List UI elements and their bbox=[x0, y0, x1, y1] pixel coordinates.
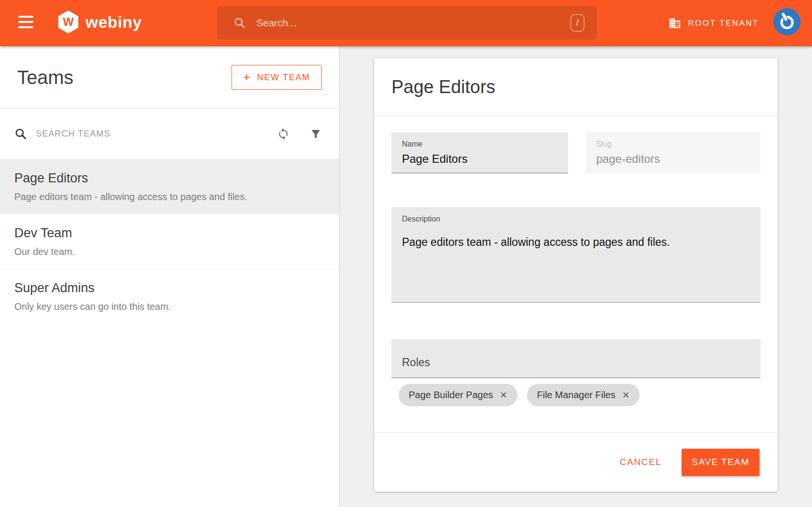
teams-search-input[interactable] bbox=[36, 129, 277, 139]
slug-field-value: page-editors bbox=[596, 152, 750, 166]
slug-field-disabled: Slug page-editors bbox=[586, 132, 760, 173]
name-field-label: Name bbox=[402, 140, 558, 148]
top-bar: W webiny / ROOT TENANT bbox=[0, 0, 812, 46]
filter-icon bbox=[310, 128, 322, 140]
remove-role-icon[interactable]: ✕ bbox=[500, 390, 507, 401]
global-search-input[interactable] bbox=[256, 17, 597, 29]
plus-icon: + bbox=[243, 70, 250, 84]
remove-role-icon[interactable]: ✕ bbox=[622, 390, 630, 401]
team-name: Super Admins bbox=[14, 281, 325, 296]
team-row-super-admins[interactable]: Super Admins Only key users can go into … bbox=[0, 268, 339, 323]
roles-field[interactable]: Roles bbox=[391, 339, 760, 378]
building-icon bbox=[668, 17, 681, 30]
teams-search-row bbox=[0, 109, 339, 159]
chip-label: Page Builder Pages bbox=[409, 390, 493, 401]
team-description: Only key users can go into this team. bbox=[14, 301, 325, 312]
new-team-button[interactable]: + NEW TEAM bbox=[232, 65, 322, 90]
teams-panel-header: Teams + NEW TEAM bbox=[0, 46, 339, 109]
team-form: Name Page Editors Slug page-editors Desc… bbox=[374, 116, 778, 406]
new-team-button-label: NEW TEAM bbox=[257, 73, 310, 83]
name-field[interactable]: Name Page Editors bbox=[391, 132, 568, 173]
hexagon-logo-icon: W bbox=[57, 10, 79, 34]
cancel-button[interactable]: CANCEL bbox=[620, 457, 662, 467]
team-row-dev-team[interactable]: Dev Team Our dev team. bbox=[0, 213, 339, 268]
team-description: Our dev team. bbox=[14, 246, 325, 257]
menu-icon[interactable] bbox=[18, 16, 33, 30]
global-search-bar[interactable]: / bbox=[217, 6, 597, 40]
tenant-label: ROOT TENANT bbox=[688, 19, 759, 28]
team-name: Dev Team bbox=[14, 226, 325, 241]
team-row-page-editors[interactable]: Page Editors Page editors team - allowin… bbox=[0, 159, 339, 213]
user-avatar[interactable] bbox=[773, 8, 801, 35]
save-team-button[interactable]: SAVE TEAM bbox=[682, 449, 759, 476]
search-shortcut-key: / bbox=[570, 14, 584, 32]
app-window: W webiny / ROOT TENANT bbox=[0, 0, 812, 507]
tenant-selector[interactable]: ROOT TENANT bbox=[668, 0, 759, 46]
filter-button[interactable] bbox=[310, 128, 322, 140]
roles-field-label: Roles bbox=[402, 356, 430, 369]
power-icon bbox=[769, 3, 805, 40]
svg-text:W: W bbox=[63, 15, 74, 28]
team-detail-title: Page Editors bbox=[391, 77, 496, 97]
description-field[interactable]: Description Page editors team - allowing… bbox=[391, 207, 760, 303]
team-detail-card: Page Editors Name Page Editors Slug page… bbox=[374, 58, 778, 492]
chip-label: File Manager Files bbox=[537, 390, 616, 401]
role-chip-file-manager-files[interactable]: File Manager Files ✕ bbox=[527, 384, 640, 406]
team-name: Page Editors bbox=[14, 171, 325, 186]
webiny-logo: W webiny bbox=[57, 10, 142, 34]
team-description: Page editors team - allowing access to p… bbox=[14, 191, 325, 202]
description-field-value: Page editors team - allowing access to p… bbox=[402, 236, 750, 249]
team-detail-area: Page Editors Name Page Editors Slug page… bbox=[339, 46, 812, 507]
brand-wordmark: webiny bbox=[85, 13, 142, 32]
refresh-button[interactable] bbox=[277, 127, 290, 140]
team-list: Page Editors Page editors team - allowin… bbox=[0, 159, 339, 323]
description-field-label: Description bbox=[402, 215, 750, 223]
page-title: Teams bbox=[17, 67, 74, 88]
slug-field-label: Slug bbox=[596, 140, 750, 148]
name-field-value: Page Editors bbox=[402, 152, 558, 166]
form-footer: CANCEL SAVE TEAM bbox=[374, 432, 778, 492]
teams-list-panel: Teams + NEW TEAM bbox=[0, 46, 339, 507]
search-icon bbox=[233, 17, 246, 29]
team-detail-header: Page Editors bbox=[374, 58, 778, 116]
search-icon bbox=[14, 127, 27, 140]
roles-chip-list: Page Builder Pages ✕ File Manager Files … bbox=[391, 384, 760, 406]
refresh-icon bbox=[277, 127, 290, 140]
role-chip-page-builder-pages[interactable]: Page Builder Pages ✕ bbox=[399, 384, 517, 406]
